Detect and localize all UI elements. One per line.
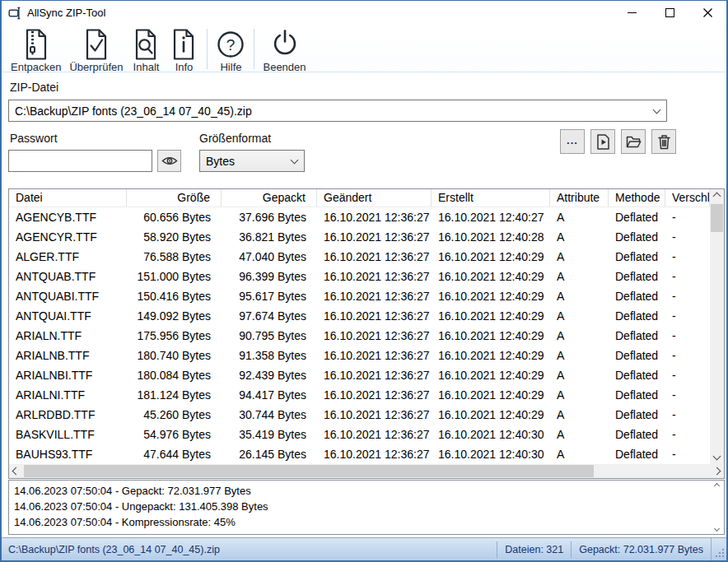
cell-attribute: A: [550, 247, 609, 267]
cell-methode: Deflated: [609, 247, 665, 267]
table-row[interactable]: ARLRDBD.TTF45.260 Bytes30.744 Bytes16.10…: [9, 405, 710, 425]
scroll-right-button[interactable]: [710, 464, 724, 478]
file-run-icon: [596, 134, 610, 150]
toolbar-button-hilfe[interactable]: ? Hilfe: [216, 28, 245, 73]
chevron-down-icon[interactable]: [654, 109, 660, 113]
cell-datei: ARLRDBD.TTF: [9, 405, 127, 425]
ellipsis-icon: ...: [567, 134, 578, 146]
table-row[interactable]: ALGER.TTF76.588 Bytes47.040 Bytes16.10.2…: [9, 247, 710, 267]
cell-datei: ARIALN.TTF: [9, 326, 127, 346]
column-header-datei[interactable]: Datei: [9, 189, 127, 207]
cell-groesse: 47.644 Bytes: [127, 444, 222, 464]
cell-geaendert: 16.10.2021 12:36:27: [317, 444, 432, 464]
toolbar-label-ueberpruefen: Überprüfen: [69, 61, 123, 73]
log-scrollbar[interactable]: [712, 482, 722, 532]
table-row[interactable]: ARIALN.TTF175.956 Bytes90.795 Bytes16.10…: [9, 326, 710, 346]
search-document-icon: [131, 28, 161, 61]
table-row[interactable]: ANTQUABI.TTF150.416 Bytes95.617 Bytes16.…: [9, 286, 710, 306]
cell-methode: Deflated: [609, 286, 665, 306]
toolbar-button-entpacken[interactable]: Entpacken: [11, 28, 61, 73]
toolbar-button-info[interactable]: Info: [169, 28, 198, 73]
column-header-groesse[interactable]: Größe: [127, 189, 222, 207]
column-header-erstellt[interactable]: Erstellt: [432, 189, 550, 207]
scroll-left-button[interactable]: [9, 464, 23, 478]
cell-datei: ALGER.TTF: [9, 247, 127, 267]
cell-verschluesselung: -: [665, 444, 710, 464]
size-format-select[interactable]: Bytes: [199, 150, 305, 172]
table-row[interactable]: AGENCYB.TTF60.656 Bytes37.696 Bytes16.10…: [9, 207, 710, 227]
show-password-button[interactable]: [157, 150, 181, 172]
maximize-button[interactable]: [651, 1, 688, 25]
horizontal-scrollbar[interactable]: [9, 464, 724, 478]
cell-methode: Deflated: [609, 405, 665, 425]
cell-gepackt: 90.795 Bytes: [222, 326, 317, 346]
cell-methode: Deflated: [609, 346, 665, 365]
chevron-down-icon: [292, 160, 297, 163]
open-folder-button[interactable]: [621, 129, 646, 154]
cell-methode: Deflated: [609, 267, 665, 286]
cell-attribute: A: [550, 326, 609, 346]
resize-grip[interactable]: [711, 538, 726, 560]
close-button[interactable]: [688, 1, 726, 25]
table-row[interactable]: ARIALNBI.TTF180.084 Bytes92.439 Bytes16.…: [9, 365, 710, 385]
scroll-down-button[interactable]: [710, 451, 724, 464]
chevron-right-icon: [713, 467, 721, 476]
toolbar-button-beenden[interactable]: Beenden: [263, 28, 306, 73]
cell-datei: AGENCYR.TTF: [9, 227, 127, 247]
column-header-methode[interactable]: Methode: [609, 189, 665, 207]
minimize-icon: [628, 12, 637, 13]
open-folder-icon: [626, 135, 642, 148]
toolbar-button-inhalt[interactable]: Inhalt: [131, 28, 161, 73]
cell-attribute: A: [550, 346, 609, 365]
column-header-geaendert[interactable]: Geändert: [317, 189, 432, 207]
password-label: Passwort: [10, 132, 58, 145]
table-row[interactable]: ARIALNB.TTF180.740 Bytes91.358 Bytes16.1…: [9, 346, 710, 365]
scroll-up-button[interactable]: [710, 189, 724, 202]
toolbar-button-ueberpruefen[interactable]: Überprüfen: [69, 28, 123, 73]
vertical-scroll-thumb[interactable]: [711, 204, 723, 232]
cell-groesse: 76.588 Bytes: [127, 247, 222, 267]
log-line: 14.06.2023 07:50:04 - Ungepackt: 131.405…: [14, 499, 711, 514]
cell-methode: Deflated: [609, 365, 665, 385]
cell-erstellt: 16.10.2021 12:40:29: [432, 385, 550, 405]
cell-methode: Deflated: [609, 385, 665, 405]
info-document-icon: [169, 28, 198, 61]
toolbar-label-entpacken: Entpacken: [11, 61, 61, 73]
horizontal-scroll-thumb[interactable]: [24, 465, 594, 477]
cell-attribute: A: [550, 405, 609, 425]
password-input[interactable]: [8, 150, 152, 172]
cell-gepackt: 35.419 Bytes: [222, 425, 317, 444]
toolbar-separator: [254, 29, 254, 69]
cell-datei: ANTQUABI.TTF: [9, 286, 127, 306]
status-path: C:\Backup\ZIP fonts (23_06_14 07_40_45).…: [2, 544, 497, 555]
cell-groesse: 150.416 Bytes: [127, 286, 222, 306]
status-bar: C:\Backup\ZIP fonts (23_06_14 07_40_45).…: [2, 537, 726, 560]
table-row[interactable]: BAUHS93.TTF47.644 Bytes26.145 Bytes16.10…: [9, 444, 710, 464]
minimize-button[interactable]: [613, 1, 651, 25]
cell-erstellt: 16.10.2021 12:40:29: [432, 346, 550, 365]
table-row[interactable]: AGENCYR.TTF58.920 Bytes36.821 Bytes16.10…: [9, 227, 710, 247]
table-row[interactable]: ANTQUAB.TTF151.000 Bytes96.399 Bytes16.1…: [9, 267, 710, 286]
delete-button[interactable]: [651, 129, 676, 154]
open-file-button[interactable]: [590, 129, 615, 154]
column-header-verschluesselung[interactable]: Verschlü: [665, 189, 710, 207]
table-row[interactable]: ARIALNI.TTF181.124 Bytes94.417 Bytes16.1…: [9, 385, 710, 405]
cell-attribute: A: [550, 444, 609, 464]
cell-groesse: 175.956 Bytes: [127, 326, 222, 346]
table-row[interactable]: ANTQUAI.TTF149.092 Bytes97.674 Bytes16.1…: [9, 306, 710, 326]
cell-erstellt: 16.10.2021 12:40:29: [432, 267, 550, 286]
zip-file-combobox[interactable]: C:\Backup\ZIP fonts (23_06_14 07_40_45).…: [8, 100, 667, 122]
vertical-scrollbar[interactable]: [710, 189, 724, 464]
cell-datei: BASKVILL.TTF: [9, 425, 127, 444]
cell-geaendert: 16.10.2021 12:36:27: [317, 425, 432, 444]
question-circle-icon: ?: [216, 28, 245, 61]
column-header-gepackt[interactable]: Gepackt: [222, 189, 317, 207]
column-header-attribute[interactable]: Attribute: [550, 189, 609, 207]
cell-groesse: 54.976 Bytes: [127, 425, 222, 444]
cell-attribute: A: [550, 207, 609, 227]
browse-button[interactable]: ...: [560, 129, 585, 154]
table-row[interactable]: BASKVILL.TTF54.976 Bytes35.419 Bytes16.1…: [9, 425, 710, 444]
cell-groesse: 45.260 Bytes: [127, 405, 222, 425]
cell-verschluesselung: -: [665, 385, 710, 405]
zip-document-icon: [21, 28, 51, 61]
